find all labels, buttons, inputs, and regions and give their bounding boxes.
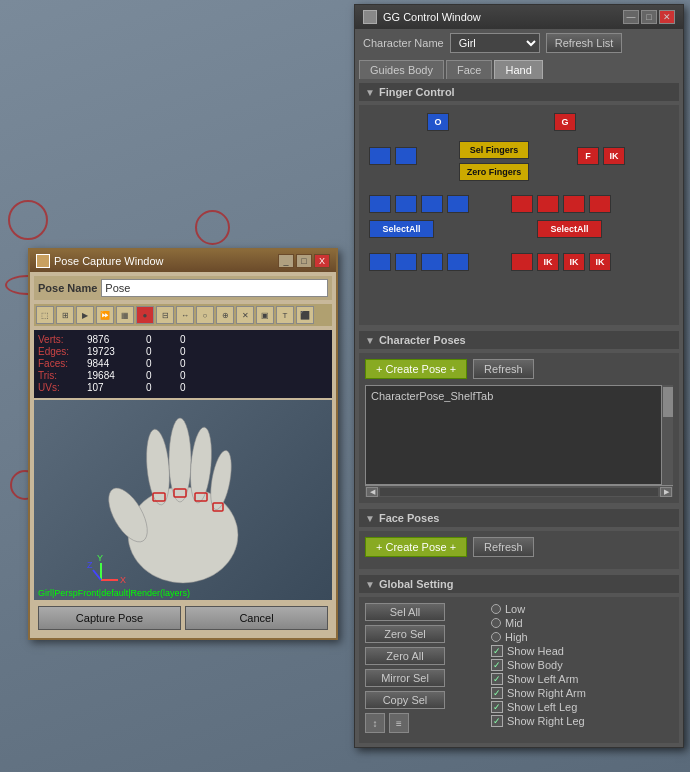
zero-sel-button[interactable]: Zero Sel (365, 625, 445, 643)
tool-btn-1[interactable]: ⬚ (36, 306, 54, 324)
face-poses-header[interactable]: ▼ Face Poses (359, 509, 679, 527)
faces-v3: 0 (180, 358, 210, 369)
radio-mid-row: Mid (491, 617, 586, 629)
finger-btn-m1[interactable] (369, 195, 391, 213)
finger-btn-ik[interactable]: IK (603, 147, 625, 165)
pose-restore-button[interactable]: □ (296, 254, 312, 268)
tool-btn-4[interactable]: ⏩ (96, 306, 114, 324)
tool-btn-12[interactable]: ▣ (256, 306, 274, 324)
finger-btn-mr4[interactable] (589, 195, 611, 213)
tool-btn-3[interactable]: ▶ (76, 306, 94, 324)
radio-high[interactable] (491, 632, 501, 642)
zero-all-button[interactable]: Zero All (365, 647, 445, 665)
mirror-sel-button[interactable]: Mirror Sel (365, 669, 445, 687)
finger-btn-mr3[interactable] (563, 195, 585, 213)
finger-btn-bot2[interactable] (395, 253, 417, 271)
copy-sel-button[interactable]: Copy Sel (365, 691, 445, 709)
character-name-label: Character Name (363, 37, 444, 49)
uvs-label: UVs: (38, 382, 83, 393)
pose-minimize-button[interactable]: _ (278, 254, 294, 268)
cancel-button[interactable]: Cancel (185, 606, 328, 630)
tool-btn-14[interactable]: ⬛ (296, 306, 314, 324)
check-show-head[interactable]: ✓ (491, 645, 503, 657)
tool-btn-2[interactable]: ⊞ (56, 306, 74, 324)
tool-btn-13[interactable]: T (276, 306, 294, 324)
tool-btn-11[interactable]: ✕ (236, 306, 254, 324)
face-poses-area: + Create Pose + Refresh (359, 531, 679, 569)
refresh-character-poses-button[interactable]: Refresh (473, 359, 534, 379)
select-all-right-button[interactable]: SelectAll (537, 220, 602, 238)
select-all-left-button[interactable]: SelectAll (369, 220, 434, 238)
check-show-right-leg-row: ✓ Show Right Leg (491, 715, 586, 727)
face-pose-create-row: + Create Pose + Refresh (365, 537, 673, 557)
scroll-track (380, 488, 658, 496)
pose-action-buttons: Capture Pose Cancel (34, 602, 332, 634)
scroll-right-arrow[interactable]: ▶ (660, 487, 672, 497)
finger-control-header[interactable]: ▼ Finger Control (359, 83, 679, 101)
tab-guides-body[interactable]: Guides Body (359, 60, 444, 79)
refresh-face-poses-button[interactable]: Refresh (473, 537, 534, 557)
tool-btn-10[interactable]: ⊕ (216, 306, 234, 324)
tool-btn-8[interactable]: ↔ (176, 306, 194, 324)
faces-label: Faces: (38, 358, 83, 369)
pose-name-input[interactable] (101, 279, 328, 297)
check-show-head-row: ✓ Show Head (491, 645, 586, 657)
pose-close-button[interactable]: X (314, 254, 330, 268)
finger-btn-botr3[interactable]: IK (563, 253, 585, 271)
tool-btn-6[interactable]: ● (136, 306, 154, 324)
check-show-right-leg[interactable]: ✓ (491, 715, 503, 727)
radio-low[interactable] (491, 604, 501, 614)
character-pose-list[interactable]: CharacterPose_ShelfTab (365, 385, 673, 485)
capture-pose-button[interactable]: Capture Pose (38, 606, 181, 630)
global-icon-1[interactable]: ↕ (365, 713, 385, 733)
tool-btn-7[interactable]: ⊟ (156, 306, 174, 324)
finger-btn-tr[interactable]: G (554, 113, 576, 131)
finger-btn-mr1[interactable] (511, 195, 533, 213)
pose-body: Pose Name ⬚ ⊞ ▶ ⏩ ▦ ● ⊟ ↔ ○ ⊕ ✕ ▣ T ⬛ Ve… (30, 272, 336, 638)
global-setting-header[interactable]: ▼ Global Setting (359, 575, 679, 593)
pose-stats: Verts: 9876 0 0 Edges: 19723 0 0 Faces: … (34, 330, 332, 398)
face-poses-arrow: ▼ (365, 513, 375, 524)
character-name-select[interactable]: Girl (450, 33, 540, 53)
finger-btn-bl1[interactable] (369, 147, 391, 165)
create-character-pose-button[interactable]: + Create Pose + (365, 359, 467, 379)
finger-btn-m4[interactable] (447, 195, 469, 213)
finger-btn-m3[interactable] (421, 195, 443, 213)
finger-btn-tl[interactable]: O (427, 113, 449, 131)
zero-fingers-button[interactable]: Zero Fingers (459, 163, 529, 181)
pose-titlebar-left: Pose Capture Window (36, 254, 163, 268)
finger-btn-bot3[interactable] (421, 253, 443, 271)
finger-btn-bot4[interactable] (447, 253, 469, 271)
refresh-list-button[interactable]: Refresh List (546, 33, 623, 53)
pose-list-scrollbar[interactable] (661, 385, 673, 485)
create-face-pose-button[interactable]: + Create Pose + (365, 537, 467, 557)
tab-face[interactable]: Face (446, 60, 492, 79)
sel-fingers-button[interactable]: Sel Fingers (459, 141, 529, 159)
check-show-body-label: Show Body (507, 659, 563, 671)
scroll-left-arrow[interactable]: ◀ (366, 487, 378, 497)
check-show-body[interactable]: ✓ (491, 659, 503, 671)
check-show-left-leg[interactable]: ✓ (491, 701, 503, 713)
gg-minimize-button[interactable]: — (623, 10, 639, 24)
finger-btn-f[interactable]: F (577, 147, 599, 165)
gg-restore-button[interactable]: □ (641, 10, 657, 24)
uvs-row: UVs: 107 0 0 (38, 382, 328, 393)
finger-btn-botr1[interactable] (511, 253, 533, 271)
tool-btn-9[interactable]: ○ (196, 306, 214, 324)
finger-btn-bl2[interactable] (395, 147, 417, 165)
finger-btn-botr2[interactable]: IK (537, 253, 559, 271)
check-show-right-arm[interactable]: ✓ (491, 687, 503, 699)
character-poses-header[interactable]: ▼ Character Poses (359, 331, 679, 349)
pose-list-item[interactable]: CharacterPose_ShelfTab (369, 389, 669, 403)
finger-btn-m2[interactable] (395, 195, 417, 213)
check-show-left-arm[interactable]: ✓ (491, 673, 503, 685)
finger-btn-botr4[interactable]: IK (589, 253, 611, 271)
finger-btn-mr2[interactable] (537, 195, 559, 213)
finger-btn-bot1[interactable] (369, 253, 391, 271)
tab-hand[interactable]: Hand (494, 60, 542, 79)
tool-btn-5[interactable]: ▦ (116, 306, 134, 324)
gg-close-button[interactable]: ✕ (659, 10, 675, 24)
sel-all-button[interactable]: Sel All (365, 603, 445, 621)
radio-mid[interactable] (491, 618, 501, 628)
global-icon-2[interactable]: ≡ (389, 713, 409, 733)
